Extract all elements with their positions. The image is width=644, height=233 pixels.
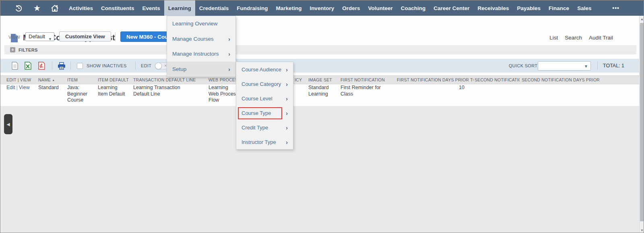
history-icon[interactable] bbox=[13, 0, 24, 16]
show-inactives-label: SHOW INACTIVES bbox=[87, 63, 127, 68]
chevron-left-icon: ◀ bbox=[6, 122, 10, 127]
expand-filters-icon[interactable]: + bbox=[10, 47, 15, 52]
edit-link[interactable]: Edit bbox=[6, 85, 15, 90]
submenu-item-course-level[interactable]: Course Level › bbox=[236, 91, 293, 106]
menu-item-manage-instructors[interactable]: Manage Instructors › bbox=[167, 46, 235, 62]
col-header-item[interactable]: ITEM bbox=[67, 75, 97, 84]
setup-submenu: Course Audience › Course Category › Cour… bbox=[236, 62, 293, 150]
nav-item-finance[interactable]: Finance bbox=[545, 0, 573, 16]
scroll-down-icon[interactable]: ▼ bbox=[640, 229, 644, 232]
chevron-down-icon: ▼ bbox=[48, 35, 52, 43]
cell-first-notification: First Reminder for Class bbox=[341, 85, 385, 97]
list-link[interactable]: List bbox=[549, 35, 558, 41]
submenu-arrow-icon: › bbox=[286, 139, 288, 145]
cell-web-process: Learning Web Process Flow bbox=[208, 85, 239, 104]
col-header-second-notification-days[interactable]: SECOND NOTIFICATION DAYS PRIOR TO STAR bbox=[522, 75, 599, 84]
csv-export-icon[interactable] bbox=[12, 62, 18, 70]
menu-item-setup[interactable]: Setup › bbox=[167, 62, 235, 77]
nav-overflow-button[interactable]: ••• bbox=[608, 0, 623, 16]
star-icon[interactable]: ★ bbox=[32, 0, 42, 16]
col-header-name[interactable]: NAME▲ bbox=[38, 75, 66, 84]
submenu-item-course-type[interactable]: Course Type › bbox=[236, 106, 293, 120]
app-window: ★ Activities Constituents Events Learnin… bbox=[0, 0, 644, 233]
print-icon[interactable] bbox=[58, 62, 66, 70]
col-header-item-default[interactable]: ITEM DEFAULT bbox=[98, 75, 132, 84]
nav-item-inventory[interactable]: Inventory bbox=[305, 0, 338, 16]
nav-item-fundraising[interactable]: Fundraising bbox=[233, 0, 272, 16]
nav-item-coaching[interactable]: Coaching bbox=[397, 0, 430, 16]
nav-item-credentials[interactable]: Credentials bbox=[195, 0, 233, 16]
view-link[interactable]: View bbox=[19, 85, 30, 90]
scrollbar-thumb[interactable] bbox=[640, 23, 644, 221]
submenu-arrow-icon: › bbox=[286, 110, 288, 116]
nav-item-events[interactable]: Events bbox=[138, 0, 164, 16]
home-icon[interactable] bbox=[50, 0, 60, 16]
navbar-menu: Activities Constituents Events Learning … bbox=[65, 0, 644, 16]
view-select[interactable]: Default ▼ bbox=[25, 32, 54, 41]
cell-item-default: Learning Item Default bbox=[98, 85, 127, 97]
pdf-export-icon[interactable] bbox=[38, 62, 45, 70]
quick-sort-select[interactable]: ▼ bbox=[538, 61, 591, 71]
toolbar-separator bbox=[597, 62, 598, 70]
view-label: VIEW bbox=[8, 35, 20, 40]
filters-bar[interactable]: + FILTERS bbox=[4, 45, 636, 54]
list-toolbar: SHOW INACTIVES EDIT ✕ QUICK SORT ▼ TOTAL… bbox=[0, 59, 640, 73]
customize-view-button[interactable]: Customize View bbox=[59, 31, 111, 42]
filters-label: FILTERS bbox=[19, 48, 38, 52]
learning-dropdown-menu: Learning Overview Manage Courses › Manag… bbox=[167, 16, 236, 77]
menu-item-manage-courses[interactable]: Manage Courses › bbox=[167, 31, 235, 47]
menu-item-learning-overview[interactable]: Learning Overview bbox=[167, 16, 235, 31]
submenu-item-credit-type[interactable]: Credit Type › bbox=[236, 120, 293, 135]
table-row-edit-view: Edit|View bbox=[6, 85, 39, 91]
col-header-first-notification-days[interactable]: FIRST NOTIFICATION DAYS PRIOR TO START bbox=[397, 75, 473, 84]
vertical-scrollbar[interactable]: ▲ ▼ bbox=[639, 16, 644, 233]
col-header-edit-view: EDIT | VIEW bbox=[6, 75, 38, 84]
toolbar-separator bbox=[70, 62, 71, 70]
col-header-first-notification[interactable]: FIRST NOTIFICATION bbox=[341, 75, 395, 84]
col-header-second-notification[interactable]: SECOND NOTIFICATION bbox=[475, 75, 520, 84]
button-divider bbox=[115, 32, 116, 41]
nav-item-activities[interactable]: Activities bbox=[65, 0, 97, 16]
nav-item-learning[interactable]: Learning bbox=[164, 0, 195, 16]
nav-item-volunteer[interactable]: Volunteer bbox=[364, 0, 396, 16]
edit-toggle-label: EDIT bbox=[141, 63, 151, 68]
toolbar-separator bbox=[52, 62, 52, 70]
col-header-fragment: ICY bbox=[295, 75, 306, 84]
nav-item-payables[interactable]: Payables bbox=[513, 0, 545, 16]
page-header: M360 - Course Type List List Search Audi… bbox=[0, 16, 644, 33]
quick-sort-label: QUICK SORT bbox=[509, 63, 537, 68]
submenu-arrow-icon: › bbox=[286, 125, 288, 131]
new-record-button[interactable]: New M360 - Cou bbox=[120, 31, 174, 42]
submenu-arrow-icon: › bbox=[228, 66, 230, 72]
cell-item: Java: Beginner Course bbox=[67, 85, 92, 104]
submenu-item-course-category[interactable]: Course Category › bbox=[236, 77, 293, 91]
view-select-value: Default bbox=[29, 33, 45, 40]
chevron-down-icon: ▼ bbox=[584, 64, 588, 69]
nav-item-sales[interactable]: Sales bbox=[573, 0, 595, 16]
submenu-arrow-icon: › bbox=[286, 81, 288, 87]
cell-image-set: Standard Learning bbox=[308, 85, 333, 97]
collapse-panel-button[interactable]: ◀ bbox=[4, 114, 12, 134]
search-link[interactable]: Search bbox=[565, 35, 582, 41]
submenu-item-instructor-type[interactable]: Instructor Type › bbox=[236, 135, 293, 149]
nav-item-receivables[interactable]: Receivables bbox=[474, 0, 513, 16]
cell-name: Standard bbox=[38, 85, 66, 91]
audit-trail-link[interactable]: Audit Trail bbox=[589, 35, 613, 41]
submenu-item-course-audience[interactable]: Course Audience › bbox=[236, 62, 293, 77]
show-inactives-checkbox[interactable] bbox=[77, 63, 83, 69]
nav-item-constituents[interactable]: Constituents bbox=[97, 0, 138, 16]
top-navbar: ★ Activities Constituents Events Learnin… bbox=[0, 0, 644, 16]
submenu-arrow-icon: › bbox=[286, 67, 288, 73]
col-header-image-set[interactable]: IMAGE SET bbox=[308, 75, 339, 84]
submenu-arrow-icon: › bbox=[228, 51, 230, 57]
header-links: List Search Audit Trail bbox=[549, 35, 613, 41]
submenu-arrow-icon: › bbox=[286, 96, 288, 102]
nav-item-career-center[interactable]: Career Center bbox=[429, 0, 473, 16]
sort-asc-icon: ▲ bbox=[52, 79, 55, 81]
cell-first-notification-days: 10 bbox=[397, 85, 464, 91]
excel-export-icon[interactable] bbox=[25, 62, 31, 70]
scroll-up-icon[interactable]: ▲ bbox=[640, 17, 644, 21]
toolbar-separator bbox=[135, 62, 136, 70]
nav-item-marketing[interactable]: Marketing bbox=[272, 0, 306, 16]
nav-item-orders[interactable]: Orders bbox=[338, 0, 364, 16]
